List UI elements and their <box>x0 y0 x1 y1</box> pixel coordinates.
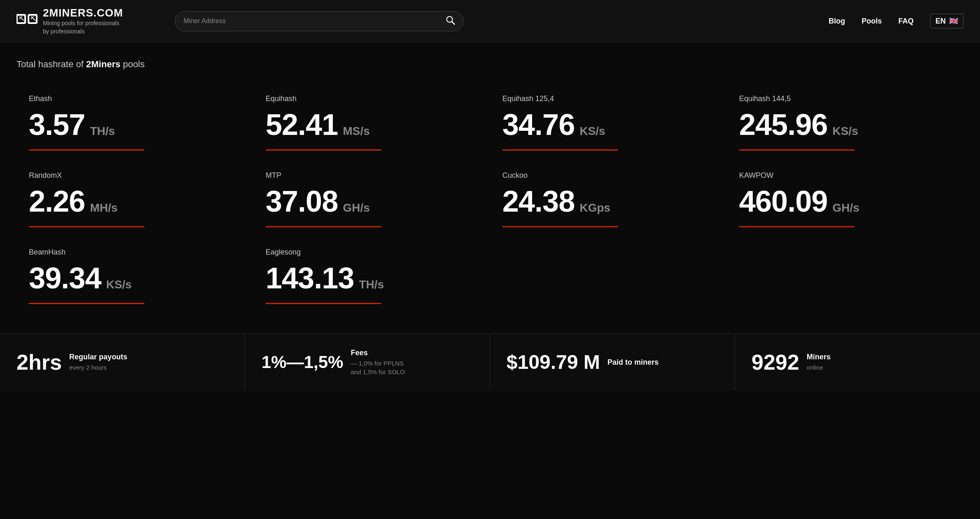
stat-unit: KS/s <box>832 125 858 138</box>
svg-text:⛏: ⛏ <box>19 16 24 22</box>
stat-cell: Equihash 52.41 MS/s <box>253 86 490 163</box>
bottom-bar: 2hrs Regular payouts every 2 hours 1%—1,… <box>0 333 980 391</box>
stats-grid: Ethash 3.57 TH/s Equihash 52.41 MS/s Equ… <box>16 86 964 316</box>
stat-value: 2.26 <box>29 186 85 216</box>
logo-text-block: 2MINERS.COM Mining pools for professiona… <box>43 7 123 35</box>
nav-links: Blog Pools FAQ EN 🇬🇧 <box>829 14 964 28</box>
stat-value: 460.09 <box>739 186 827 216</box>
bottom-cell: 9292 Miners online <box>735 334 980 391</box>
bottom-cell: 2hrs Regular payouts every 2 hours <box>0 334 245 391</box>
stat-value: 39.34 <box>29 263 101 293</box>
stat-label: MTP <box>266 171 478 180</box>
stat-value-row: 24.38 KGps <box>502 186 714 216</box>
stat-divider <box>502 149 618 151</box>
stat-value-row: 39.34 KS/s <box>29 263 241 293</box>
search-input[interactable] <box>184 17 441 25</box>
stat-cell: Equihash 144,5 245.96 KS/s <box>727 86 964 163</box>
stat-unit: MH/s <box>90 201 118 215</box>
bottom-text-block: Paid to miners <box>608 358 659 367</box>
logo-area: ⛏ ⛏ 2MINERS.COM Mining pools for profess… <box>16 7 148 35</box>
stat-cell: Eaglesong 143.13 TH/s <box>253 240 490 316</box>
stat-unit: TH/s <box>90 125 115 138</box>
bottom-sub-text: online <box>807 363 831 372</box>
stat-value-row: 245.96 KS/s <box>739 110 951 139</box>
nav-faq[interactable]: FAQ <box>898 17 914 26</box>
stat-divider <box>29 303 144 304</box>
bottom-text-block: Miners online <box>807 353 831 372</box>
bottom-sub-text: every 2 hours <box>69 363 127 372</box>
stat-label: Equihash <box>266 94 478 103</box>
stat-divider <box>502 226 618 227</box>
stat-value: 34.76 <box>502 110 575 139</box>
search-area <box>175 11 464 31</box>
stat-divider <box>29 149 144 151</box>
stat-label: Eaglesong <box>266 248 478 257</box>
bottom-big-value: $109.79 M <box>506 352 600 372</box>
bottom-main-text: Paid to miners <box>608 358 659 367</box>
stat-unit: GH/s <box>343 201 370 215</box>
stat-unit: GH/s <box>832 201 859 215</box>
stat-label: Equihash 125,4 <box>502 94 714 103</box>
stat-value-row: 460.09 GH/s <box>739 186 951 216</box>
stat-label: Cuckoo <box>502 171 714 180</box>
header: ⛏ ⛏ 2MINERS.COM Mining pools for profess… <box>0 0 980 42</box>
stat-divider <box>266 303 381 304</box>
stat-divider <box>739 226 855 227</box>
bottom-main-text: Fees <box>351 349 405 357</box>
stat-value: 3.57 <box>29 110 85 139</box>
stat-cell: KAWPOW 460.09 GH/s <box>727 163 964 240</box>
nav-pools[interactable]: Pools <box>862 17 882 26</box>
main-content: Total hashrate of 2Miners pools Ethash 3… <box>0 42 980 316</box>
page-title: Total hashrate of 2Miners pools <box>16 59 964 70</box>
stat-value-row: 34.76 KS/s <box>502 110 714 139</box>
stat-cell: RandomX 2.26 MH/s <box>16 163 253 240</box>
stat-divider <box>266 226 381 227</box>
search-icon <box>446 16 455 25</box>
stat-value-row: 143.13 TH/s <box>266 263 478 293</box>
bottom-main-text: Miners <box>807 353 831 361</box>
stat-label: RandomX <box>29 171 241 180</box>
stat-unit: KGps <box>580 201 610 215</box>
bottom-cell: 1%—1,5% Fees — 1,0% for PPLNSand 1,5% fo… <box>245 334 490 391</box>
stat-unit: KS/s <box>580 125 605 138</box>
stat-divider <box>29 226 144 227</box>
stat-unit: KS/s <box>106 278 132 291</box>
search-button[interactable] <box>446 16 455 27</box>
lang-selector[interactable]: EN 🇬🇧 <box>930 14 964 28</box>
stat-cell: BeamHash 39.34 KS/s <box>16 240 253 316</box>
bottom-text-block: Fees — 1,0% for PPLNSand 1,5% for SOLO <box>351 349 405 376</box>
stat-cell: Ethash 3.57 TH/s <box>16 86 253 163</box>
stat-cell: Equihash 125,4 34.76 KS/s <box>490 86 727 163</box>
nav-blog[interactable]: Blog <box>829 17 845 26</box>
bottom-big-value: 2hrs <box>16 352 62 373</box>
stat-cell: Cuckoo 24.38 KGps <box>490 163 727 240</box>
stat-label: Equihash 144,5 <box>739 94 951 103</box>
stat-label: BeamHash <box>29 248 241 257</box>
stat-divider <box>739 149 855 151</box>
bottom-sub-text: — 1,0% for PPLNSand 1,5% for SOLO <box>351 359 405 376</box>
stat-value-row: 52.41 MS/s <box>266 110 478 139</box>
logo-icon: ⛏ ⛏ <box>16 13 38 29</box>
stat-value: 245.96 <box>739 110 827 139</box>
flag-icon: 🇬🇧 <box>949 17 958 26</box>
logo-subtitle: Mining pools for professionals by profes… <box>43 19 123 35</box>
stat-label: KAWPOW <box>739 171 951 180</box>
stat-unit: TH/s <box>359 278 384 291</box>
stat-value: 143.13 <box>266 263 354 293</box>
logo-title: 2MINERS.COM <box>43 7 123 19</box>
search-box <box>175 11 464 31</box>
bottom-main-text: Regular payouts <box>69 353 127 361</box>
bottom-big-value: 1%—1,5% <box>261 354 343 371</box>
stat-value-row: 2.26 MH/s <box>29 186 241 216</box>
stat-label: Ethash <box>29 94 241 103</box>
bottom-cell: $109.79 M Paid to miners <box>490 334 735 391</box>
svg-line-9 <box>452 21 455 24</box>
stat-unit: MS/s <box>343 125 370 138</box>
stat-value-row: 37.08 GH/s <box>266 186 478 216</box>
stat-value: 37.08 <box>266 186 338 216</box>
stat-value: 52.41 <box>266 110 338 139</box>
stat-divider <box>266 149 381 151</box>
stat-cell: MTP 37.08 GH/s <box>253 163 490 240</box>
stat-value-row: 3.57 TH/s <box>29 110 241 139</box>
bottom-big-value: 9292 <box>751 352 799 373</box>
